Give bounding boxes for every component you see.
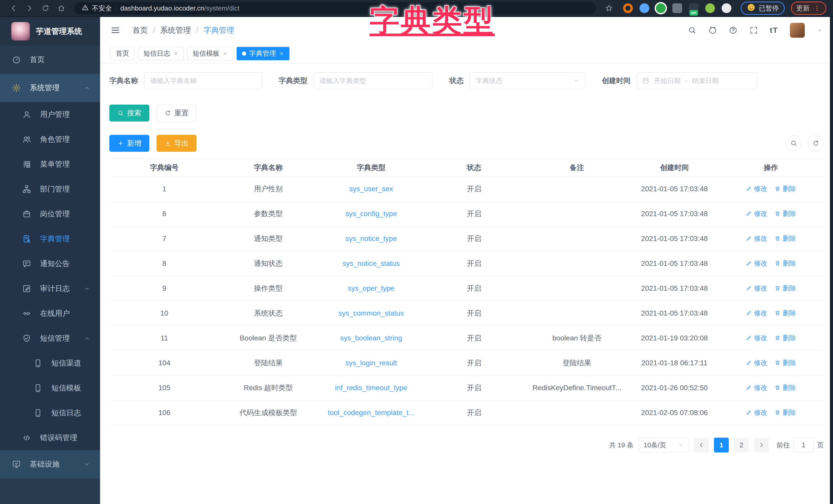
dict-type-link[interactable]: inf_redis_timeout_type <box>335 384 407 392</box>
back-icon[interactable] <box>7 1 21 15</box>
delete-link[interactable]: 删除 <box>775 333 796 343</box>
edit-link[interactable]: 修改 <box>746 358 767 368</box>
sidebar-item-部门管理[interactable]: 部门管理 <box>0 177 100 201</box>
edit-link[interactable]: 修改 <box>746 234 767 243</box>
sidebar-item-短信日志[interactable]: 短信日志 <box>0 400 100 425</box>
sidebar-item-菜单管理[interactable]: 菜单管理 <box>0 152 100 177</box>
delete-link[interactable]: 删除 <box>775 408 796 417</box>
sidebar-item-首页[interactable]: 首页 <box>0 46 100 74</box>
sidebar-item-基础设施[interactable]: 基础设施 <box>0 450 100 478</box>
delete-link[interactable]: 删除 <box>775 234 796 243</box>
reset-button[interactable]: 重置 <box>157 105 196 122</box>
question-icon[interactable] <box>729 26 738 34</box>
fullscreen-icon[interactable] <box>749 26 758 34</box>
edit-link[interactable]: 修改 <box>746 309 767 318</box>
hamburger-icon[interactable] <box>110 25 121 35</box>
breadcrumb-current[interactable]: 字典管理 <box>204 25 234 35</box>
sidebar-item-角色管理[interactable]: 角色管理 <box>0 127 100 152</box>
reload-icon[interactable] <box>39 1 52 15</box>
close-icon[interactable] <box>173 51 178 56</box>
extension-light[interactable] <box>722 3 731 13</box>
date-range-picker[interactable]: 开始日期 - 结束日期 <box>637 72 757 89</box>
dict-type-link[interactable]: sys_oper_type <box>348 284 395 292</box>
edit-link[interactable]: 修改 <box>746 333 767 343</box>
extension-blue[interactable] <box>640 3 649 13</box>
github-icon[interactable] <box>708 26 717 34</box>
security-indicator[interactable]: 不安全 <box>81 4 112 13</box>
status-select[interactable]: 字典状态 <box>470 72 585 89</box>
table-search-toggle-button[interactable] <box>786 135 802 151</box>
edit-link[interactable]: 修改 <box>746 259 767 268</box>
sidebar-item-短信管理[interactable]: 短信管理 <box>0 326 100 351</box>
tab-短信日志[interactable]: 短信日志 <box>138 47 184 60</box>
sidebar-item-审计日志[interactable]: 审计日志 <box>0 276 100 301</box>
dict-name-input[interactable] <box>144 72 262 89</box>
edit-link[interactable]: 修改 <box>746 383 767 392</box>
sidebar-item-岗位管理[interactable]: 岗位管理 <box>0 201 100 226</box>
extension-grid-blue[interactable] <box>672 3 682 13</box>
export-button[interactable]: 导出 <box>157 135 196 152</box>
forward-icon[interactable] <box>23 1 37 15</box>
breadcrumb-home[interactable]: 首页 <box>133 25 148 35</box>
close-icon[interactable] <box>279 51 284 56</box>
page-size-select[interactable]: 10条/页 <box>639 437 689 452</box>
edit-link[interactable]: 修改 <box>746 284 767 293</box>
scrollbar[interactable] <box>830 17 833 504</box>
search-icon[interactable] <box>688 26 696 34</box>
paused-extension-badge[interactable]: 已暂停 <box>741 2 785 15</box>
extension-dark-on[interactable]: on <box>689 3 698 13</box>
home-icon[interactable] <box>54 1 68 15</box>
delete-link[interactable]: 删除 <box>775 209 796 218</box>
dict-type-link[interactable]: sys_user_sex <box>349 185 393 193</box>
chevron-down-icon[interactable] <box>816 27 823 33</box>
dict-type-link[interactable]: sys_common_status <box>338 309 404 317</box>
delete-link[interactable]: 删除 <box>775 284 796 293</box>
browser-update-button[interactable]: 更新 <box>791 2 826 15</box>
bookmark-star-icon[interactable] <box>602 1 616 15</box>
prev-page-button[interactable] <box>694 437 709 452</box>
dict-type-link[interactable]: sys_login_result <box>346 359 397 367</box>
menu-dots-icon[interactable] <box>813 4 821 12</box>
dict-type-link[interactable]: sys_notice_type <box>346 234 397 243</box>
edit-link[interactable]: 修改 <box>746 184 767 193</box>
delete-link[interactable]: 删除 <box>775 309 796 318</box>
extension-green-halo[interactable] <box>656 3 666 13</box>
dict-type-link[interactable]: sys_config_type <box>346 210 397 218</box>
fontsize-icon[interactable]: tT <box>770 26 778 34</box>
avatar[interactable] <box>790 23 805 38</box>
dict-type-input[interactable] <box>314 72 433 89</box>
tab-字典管理[interactable]: 字典管理 <box>237 47 289 60</box>
delete-link[interactable]: 删除 <box>775 184 796 193</box>
dict-type-link[interactable]: sys_boolean_string <box>340 334 402 342</box>
add-button[interactable]: 新增 <box>109 135 149 152</box>
tab-短信模板[interactable]: 短信模板 <box>187 47 233 60</box>
address-bar[interactable]: 不安全 dashboard.yudao.iocoder.cn/system/di… <box>74 2 596 14</box>
delete-link[interactable]: 删除 <box>775 383 796 392</box>
breadcrumb-system[interactable]: 系统管理 <box>160 25 191 35</box>
edit-link[interactable]: 修改 <box>746 408 767 417</box>
sidebar-item-系统管理[interactable]: 系统管理 <box>0 74 100 102</box>
dict-type-link[interactable]: tool_codegen_template_t... <box>328 409 414 417</box>
page-button-2[interactable]: 2 <box>734 437 749 452</box>
sidebar-item-短信模板[interactable]: 短信模板 <box>0 376 100 400</box>
delete-link[interactable]: 删除 <box>775 358 796 368</box>
next-page-button[interactable] <box>754 437 769 452</box>
delete-link[interactable]: 删除 <box>775 259 796 268</box>
dict-type-link[interactable]: sys_notice_status <box>342 259 400 268</box>
extension-ring-orange[interactable] <box>623 3 633 13</box>
extension-leaf-green[interactable] <box>705 3 715 13</box>
tab-首页[interactable]: 首页 <box>110 47 135 60</box>
app-logo-row[interactable]: 芋道管理系统 <box>0 17 100 46</box>
sidebar-item-通知公告[interactable]: 通知公告 <box>0 251 100 276</box>
table-refresh-button[interactable] <box>808 135 824 151</box>
close-icon[interactable] <box>222 51 228 56</box>
sidebar-item-字典管理[interactable]: 字典管理 <box>0 226 100 251</box>
goto-page-input[interactable] <box>793 437 813 452</box>
page-button-1[interactable]: 1 <box>714 437 729 452</box>
sidebar-item-短信渠道[interactable]: 短信渠道 <box>0 351 100 376</box>
search-button[interactable]: 搜索 <box>109 105 149 122</box>
sidebar-item-在线用户[interactable]: 在线用户 <box>0 301 100 326</box>
sidebar-item-错误码管理[interactable]: 错误码管理 <box>0 425 100 450</box>
edit-link[interactable]: 修改 <box>746 209 767 218</box>
sidebar-item-用户管理[interactable]: 用户管理 <box>0 102 100 127</box>
